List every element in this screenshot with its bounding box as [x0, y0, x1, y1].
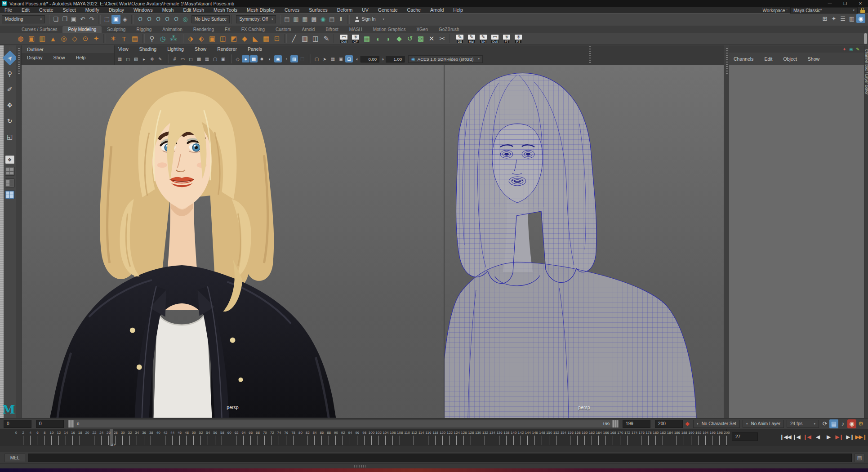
attribute-editor-toggle-icon[interactable]: ✦ [829, 14, 838, 23]
move-tool[interactable]: ✥ [4, 100, 15, 111]
cp-shelf-chip[interactable]: ✳CP [350, 33, 361, 45]
launch-render-icon[interactable]: ▤ [327, 15, 336, 24]
menu-item[interactable]: Edit Mesh [183, 7, 204, 13]
viewport-menu-item[interactable]: Lighting [167, 46, 184, 52]
play-backwards-button[interactable]: ◀ [812, 432, 823, 442]
shelf-tab[interactable]: Curves / Surfaces [16, 26, 62, 33]
set-key-icon[interactable]: ⬥ [683, 419, 692, 428]
viewport-menu-item[interactable]: Show [195, 46, 206, 52]
mel-toggle-button[interactable]: MEL [4, 454, 25, 462]
undo-icon[interactable]: ↶ [78, 15, 87, 24]
play-forwards-button[interactable]: ▶ [823, 432, 834, 442]
menu-item[interactable]: Select [63, 7, 76, 13]
viewport-menu-item[interactable]: Panels [248, 46, 262, 52]
gamma-field[interactable]: 1.00 [386, 56, 405, 62]
select-component-icon[interactable]: ◈ [120, 15, 129, 24]
insert-edge-loop-icon[interactable]: ▥ [299, 33, 310, 44]
bookmark-icon[interactable]: ▸ [140, 55, 148, 62]
go-to-end-button[interactable]: ▶▶❙ [855, 432, 866, 442]
menu-set-dropdown[interactable]: Modeling▾ [2, 15, 45, 23]
menu-item[interactable]: Cache [407, 7, 421, 13]
smooth-shade-icon[interactable]: ● [242, 55, 249, 62]
snap-projected-center-icon[interactable]: Ω [163, 15, 172, 24]
sign-in-button[interactable]: Sign In ▾ [355, 17, 384, 22]
shelf-tab[interactable]: Bifrost [320, 26, 343, 33]
menu-item[interactable]: Create [39, 7, 53, 13]
redo-icon[interactable]: ↷ [87, 15, 96, 24]
camera-attributes-icon[interactable]: ▧ [132, 55, 140, 62]
anim-layer-dropdown[interactable]: ▾ No Anim Layer [743, 420, 784, 428]
paint-select-tool[interactable]: ✐ [4, 84, 15, 95]
menu-item[interactable]: File [4, 7, 12, 13]
character-set-dropdown[interactable]: ▾ No Character Set [693, 420, 740, 428]
scale-tool[interactable]: ◱ [4, 131, 15, 142]
lights-icon[interactable]: ✹ [258, 55, 266, 62]
shelf-tab[interactable]: Rendering [188, 26, 219, 33]
mel-command-input[interactable] [28, 454, 852, 462]
make-live-icon[interactable]: ◎ [181, 15, 190, 24]
cut-uv-icon[interactable]: ◗ [383, 33, 394, 44]
animation-end-field[interactable]: 200 [655, 420, 683, 428]
isolate-select-icon[interactable]: ▢ [313, 55, 320, 62]
poly-disc-icon[interactable]: ⊙ [80, 33, 91, 44]
layout-two-pane-button[interactable] [5, 190, 15, 199]
channel-box-side-tab[interactable]: Channel Box / Layer Editor [864, 49, 868, 95]
select-camera-icon[interactable]: ▦ [116, 55, 124, 62]
svg-tool-icon[interactable]: ▤svg [129, 33, 140, 44]
panel-grip[interactable] [16, 45, 22, 418]
animation-start-field[interactable]: 0 [4, 420, 31, 428]
render-settings-icon[interactable]: ▦ [300, 15, 309, 24]
fps-dropdown[interactable]: 24 fps▾ [787, 420, 819, 428]
triangulate-icon[interactable]: ◣ [250, 33, 261, 44]
delete-history-x-icon[interactable]: ✕ [426, 33, 437, 44]
outliner-toggle-icon[interactable]: ⊞ [820, 14, 829, 23]
right-sidebar-tabstrip[interactable]: Channel Box / Layer Editor [864, 45, 868, 418]
extract-icon[interactable]: ▣ [207, 33, 218, 44]
lock-icon[interactable] [860, 8, 865, 13]
viewport-pane-wireframe[interactable]: persp [445, 65, 724, 418]
checker-pattern-icon[interactable]: ▩ [415, 33, 426, 44]
exposure-field[interactable]: 0.00 [361, 56, 379, 62]
channelbox-hyperbolic-icon[interactable]: ✎ [855, 46, 861, 52]
shelf-tab[interactable]: Rigging [131, 26, 157, 33]
channel-box-toggle-icon[interactable]: ▥ [847, 14, 856, 23]
save-scene-icon[interactable]: ▣ [69, 15, 78, 24]
safe-action-icon[interactable]: ▢ [211, 55, 219, 62]
multi-cut-icon[interactable]: ╱ [289, 33, 299, 44]
ao-icon[interactable]: ◉ [274, 55, 282, 62]
unfold-uv-icon[interactable]: ↺ [405, 33, 415, 44]
safe-title-icon[interactable]: ▣ [219, 55, 227, 62]
hist-shelf-chip[interactable]: ✎Hist [466, 33, 477, 45]
platonic-solid-icon[interactable]: ✦ [91, 33, 102, 44]
type-tool-icon[interactable]: T [119, 33, 129, 44]
default-material-icon[interactable]: ⊡ [345, 55, 353, 62]
symmetry-dropdown[interactable]: Symmetry: Off▾ [236, 15, 276, 23]
step-forward-frame-button[interactable]: ▶❙ [845, 432, 855, 442]
boolean-union-icon[interactable]: ◫ [218, 33, 228, 44]
menu-item[interactable]: Help [453, 7, 463, 13]
pan-zoom-icon[interactable]: ✥ [148, 55, 156, 62]
select-tool[interactable]: ➤ [2, 50, 18, 66]
open-scene-icon[interactable]: ❐ [60, 15, 69, 24]
shelf-tab[interactable]: Poly Modeling [62, 26, 102, 33]
step-forward-key-button[interactable]: ▶❙ [834, 432, 845, 442]
playblast-icon[interactable]: ▤ [829, 419, 838, 428]
nh-shelf-chip[interactable]: ✎NH [477, 33, 489, 45]
quad-draw-icon[interactable]: ✎ [321, 33, 332, 44]
xray-icon[interactable]: ⬚ [298, 55, 306, 62]
pause-icon[interactable]: Ⅱ [336, 15, 345, 24]
poly-cube-icon[interactable]: ▣ [26, 33, 37, 44]
live-surface-dropdown[interactable]: No Live Surface [191, 15, 230, 23]
script-editor-icon[interactable]: ▤ [855, 454, 864, 462]
select-hierarchy-icon[interactable]: ⬚ [102, 15, 111, 24]
gate-mask-icon[interactable]: ▩ [195, 55, 203, 62]
viewport-pane-textured[interactable]: persp [22, 65, 444, 418]
menu-item[interactable]: Arnold [430, 7, 444, 13]
curve-warp-icon[interactable]: ⚲ [147, 33, 157, 44]
shelf-scrollbar[interactable] [864, 33, 867, 44]
panel-grip[interactable] [724, 45, 729, 418]
motion-blur-icon[interactable]: ◔ [282, 55, 290, 62]
current-frame-marker[interactable]: 27 [110, 429, 113, 446]
texture-filter-icon[interactable]: ▣ [337, 55, 345, 62]
poly-cylinder-icon[interactable]: ▥ [37, 33, 48, 44]
